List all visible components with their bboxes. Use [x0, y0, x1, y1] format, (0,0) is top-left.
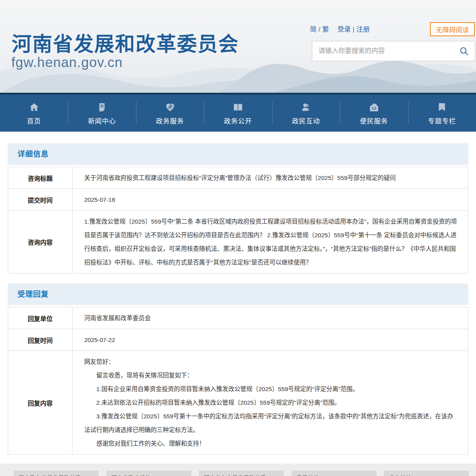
- footer-link-affiliated-units[interactable]: 委属单位: [292, 471, 377, 476]
- reply-time-value: 2025-07-22: [73, 329, 468, 351]
- table-row-consult-content: 咨询内容 1.豫发改公管规〔2025〕559号中“第二条 本省行政区域内政府投资…: [8, 211, 468, 273]
- login-link[interactable]: 登录: [338, 26, 351, 33]
- footer-link-bar: 国家及各省级发展改革委 河南省政府机构 河南省各市级发展改革委 委属单位 业务链…: [0, 464, 476, 476]
- nav-item-news-center[interactable]: 新闻中心: [68, 95, 136, 132]
- table-row-reply-unit: 回复单位 河南省发展和改革委员会: [8, 307, 468, 329]
- detail-info-section-title: 详细信息: [8, 143, 468, 165]
- top-utility-links: 简/繁登录|注册: [310, 24, 370, 33]
- nav-item-label: 首页: [27, 116, 41, 125]
- reply-section-title: 受理回复: [8, 284, 468, 305]
- reply-unit-value: 河南省发展和改革委员会: [73, 307, 468, 329]
- reply-paragraph: 2.未达到依法公开招标的项目暂未纳入豫发改公管规〔2025〕559号规定的“评定…: [84, 396, 458, 409]
- nav-item-label: 专题专栏: [428, 116, 456, 125]
- site-domain: fgw.henan.gov.cn: [11, 55, 123, 70]
- table-row-consult-title: 咨询标题 关于河南省政府投资工程建设项目招标投标“评定分离”管理办法（试行）豫发…: [8, 167, 468, 189]
- register-link[interactable]: 注册: [356, 26, 370, 33]
- site-title: 河南省发展和改革委员会: [12, 28, 239, 57]
- nav-item-government-disclosure[interactable]: 政务公开: [204, 95, 272, 132]
- heart-handshake-icon: [165, 102, 175, 113]
- consult-content-value: 1.豫发改公管规〔2025〕559号中“第二条 本省行政区域内政府投资工程建设项…: [73, 211, 468, 273]
- row-label: 回复时间: [8, 329, 73, 351]
- lang-simplified-link[interactable]: 简: [310, 26, 317, 33]
- lang-traditional-link[interactable]: 繁: [322, 26, 329, 33]
- footer-link-henan-gov-agencies[interactable]: 河南省政府机构: [106, 471, 191, 476]
- person-icon: [301, 102, 311, 113]
- open-book-icon: [233, 102, 243, 113]
- nav-item-government-services[interactable]: 政务服务: [136, 95, 204, 132]
- nav-item-label: 便民服务: [360, 116, 388, 125]
- row-label: 咨询标题: [8, 167, 73, 189]
- reply-content-value: 网友您好： 留言收悉，现将有关情况回复如下： 1.国有企业采用自筹资金投资的项目…: [73, 351, 468, 455]
- nav-item-home[interactable]: 首页: [0, 95, 68, 132]
- footer-link-city-ndrc[interactable]: 河南省各市级发展改革委: [199, 471, 284, 476]
- bookmark-icon: [437, 102, 447, 113]
- footer-link-business-links[interactable]: 业务链接: [384, 471, 469, 476]
- reply-table: 回复单位 河南省发展和改革委员会 回复时间 2025-07-22 回复内容 网友…: [8, 307, 468, 455]
- row-label: 提交时间: [8, 189, 73, 211]
- consult-title-value: 关于河南省政府投资工程建设项目招标投标“评定分离”管理办法（试行）豫发改公管规〔…: [73, 167, 468, 189]
- row-label: 回复单位: [8, 307, 73, 329]
- reply-paragraph: 留言收悉，现将有关情况回复如下：: [84, 368, 458, 382]
- table-row-reply-time: 回复时间 2025-07-22: [8, 329, 468, 351]
- nav-item-label: 政民互动: [292, 116, 320, 125]
- table-row-reply-content: 回复内容 网友您好： 留言收悉，现将有关情况回复如下： 1.国有企业采用自筹资金…: [8, 351, 468, 455]
- accessibility-reading-button[interactable]: 无障碍阅读: [430, 22, 475, 36]
- lang-separator: /: [317, 26, 322, 33]
- search-box[interactable]: [312, 41, 475, 61]
- reply-paragraph: 3.豫发改公管规〔2025〕559号第十一条中的定标方法均指采用“评定分离”的定…: [84, 409, 458, 437]
- row-label: 回复内容: [8, 351, 73, 455]
- reply-section: 受理回复 回复单位 河南省发展和改革委员会 回复时间 2025-07-22 回复…: [8, 284, 468, 455]
- nav-item-public-interaction[interactable]: 政民互动: [272, 95, 340, 132]
- nav-item-label: 新闻中心: [88, 116, 116, 125]
- submit-time-value: 2025-07-18: [73, 189, 468, 211]
- reply-paragraph: 1.国有企业采用自筹资金投资的项目暂未纳入豫发改公管规〔2025〕559号规定的…: [84, 382, 458, 396]
- detail-info-section: 详细信息 咨询标题 关于河南省政府投资工程建设项目招标投标“评定分离”管理办法（…: [8, 143, 468, 273]
- news-document-icon: [97, 102, 107, 113]
- detail-info-table: 咨询标题 关于河南省政府投资工程建设项目招标投标“评定分离”管理办法（试行）豫发…: [8, 167, 468, 273]
- table-row-submit-time: 提交时间 2025-07-18: [8, 189, 468, 211]
- home-icon: [29, 102, 39, 113]
- nav-item-convenience-services[interactable]: 便民服务: [340, 95, 408, 132]
- row-label: 咨询内容: [8, 211, 73, 273]
- reply-paragraph: 网友您好：: [84, 355, 458, 368]
- header-banner: 河南省发展和改革委员会 fgw.henan.gov.cn 简/繁登录|注册 无障…: [0, 0, 476, 93]
- nav-item-label: 政务公开: [224, 116, 252, 125]
- nav-item-special-topics[interactable]: 专题专栏: [408, 95, 476, 132]
- smiling-house-icon: [369, 102, 379, 113]
- search-icon[interactable]: [459, 46, 469, 56]
- login-register-divider: |: [351, 26, 356, 33]
- search-input[interactable]: [319, 47, 459, 55]
- footer-link-national-ndrc[interactable]: 国家及各省级发展改革委: [14, 471, 99, 476]
- nav-item-label: 政务服务: [156, 116, 184, 125]
- reply-paragraph: 感谢您对我们工作的关心、理解和支持！: [84, 437, 458, 450]
- main-navigation: 首页 新闻中心 政务服务: [0, 93, 476, 132]
